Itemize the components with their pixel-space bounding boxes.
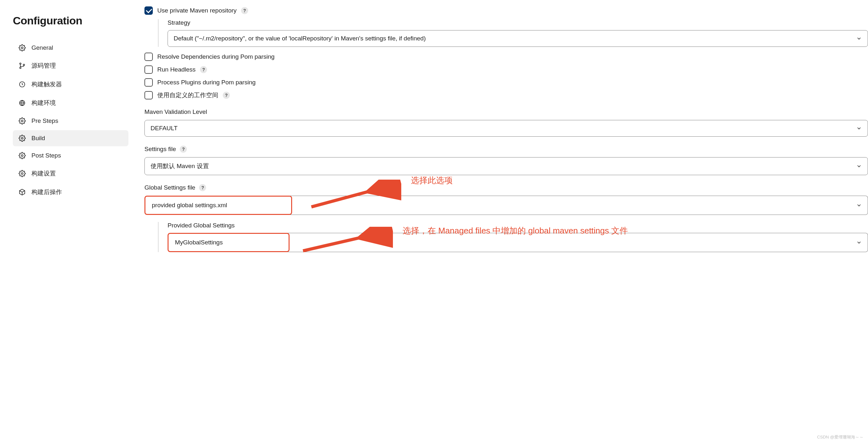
help-icon[interactable]: ? <box>180 146 187 153</box>
branch-icon <box>19 62 26 69</box>
select-value: DEFAULT <box>151 125 178 132</box>
svg-point-2 <box>20 67 21 68</box>
chevron-down-icon <box>856 163 862 169</box>
help-icon[interactable]: ? <box>200 66 207 73</box>
chevron-down-icon <box>856 36 862 41</box>
select-value: Default ("~/.m2/repository", or the valu… <box>174 35 426 42</box>
label-validation-level: Maven Validation Level <box>145 108 868 115</box>
checkbox-use-private-repo[interactable] <box>145 6 153 15</box>
nav-item-presteps[interactable]: Pre Steps <box>13 113 128 129</box>
label-settings-file: Settings file <box>145 146 176 153</box>
sidebar: Configuration General 源码管理 构建触发器 构建环境 <box>0 0 135 442</box>
select-value: 使用默认 Maven 设置 <box>151 162 209 170</box>
nav-label: General <box>31 44 53 51</box>
label-run-headless: Run Headless <box>157 66 195 73</box>
annotation-highlight: provided global settings.xml <box>145 196 292 215</box>
nav-item-scm[interactable]: 源码管理 <box>13 57 128 74</box>
select-settings-file[interactable]: 使用默认 Maven 设置 <box>145 157 868 175</box>
label-process-plugins: Process Plugins during Pom parsing <box>157 79 255 86</box>
nav-label: 构建触发器 <box>31 80 62 89</box>
label-strategy: Strategy <box>167 19 868 26</box>
checkbox-resolve-deps[interactable] <box>145 53 153 61</box>
gear-icon <box>19 152 26 159</box>
label-use-private-repo: Use private Maven repository <box>157 7 237 14</box>
package-icon <box>19 189 26 196</box>
nav-item-buildsettings[interactable]: 构建设置 <box>13 165 128 182</box>
select-value: MyGlobalSettings <box>175 239 223 246</box>
checkbox-run-headless[interactable] <box>145 65 153 74</box>
select-global-settings[interactable]: provided global settings.xml <box>145 196 868 215</box>
svg-point-1 <box>20 63 21 64</box>
gear-icon <box>19 117 26 125</box>
nav-item-poststeps[interactable]: Post Steps <box>13 147 128 164</box>
gear-icon <box>19 44 26 51</box>
nav-label: Post Steps <box>31 152 61 159</box>
gear-icon <box>19 170 26 177</box>
svg-point-0 <box>21 47 23 49</box>
nav-label: 源码管理 <box>31 62 56 70</box>
help-icon[interactable]: ? <box>223 92 230 99</box>
checkbox-process-plugins[interactable] <box>145 78 153 87</box>
nav-label: 构建后操作 <box>31 188 62 196</box>
select-strategy[interactable]: Default ("~/.m2/repository", or the valu… <box>167 30 868 47</box>
gear-icon <box>19 135 26 142</box>
label-resolve-deps: Resolve Dependencies during Pom parsing <box>157 53 275 60</box>
chevron-down-icon <box>856 126 862 131</box>
nav-item-build[interactable]: Build <box>13 130 128 146</box>
nav-label: Build <box>31 135 45 142</box>
svg-point-8 <box>21 155 23 157</box>
svg-point-7 <box>21 137 23 139</box>
help-icon[interactable]: ? <box>241 7 248 14</box>
globe-icon <box>19 99 26 106</box>
nav-item-postbuild[interactable]: 构建后操作 <box>13 183 128 201</box>
main-content: Use private Maven repository ? Strategy … <box>135 0 868 442</box>
annotation-text: 选择此选项 <box>411 175 453 186</box>
annotation-highlight: MyGlobalSettings <box>167 233 289 252</box>
watermark: CSDN @爱埋珊瑚海～～ <box>817 434 864 440</box>
label-custom-workspace: 使用自定义的工作空间 <box>157 91 218 99</box>
clock-icon <box>19 81 26 88</box>
sidebar-title: Configuration <box>13 14 128 27</box>
nav-label: 构建设置 <box>31 169 56 178</box>
checkbox-custom-workspace[interactable] <box>145 91 153 99</box>
nav-label: 构建环境 <box>31 99 56 107</box>
svg-point-6 <box>21 120 23 122</box>
help-icon[interactable]: ? <box>199 184 206 191</box>
chevron-down-icon <box>856 240 862 245</box>
nav-label: Pre Steps <box>31 117 58 125</box>
svg-point-3 <box>23 64 24 65</box>
select-value: provided global settings.xml <box>152 202 227 209</box>
nav-item-env[interactable]: 构建环境 <box>13 94 128 112</box>
label-global-settings: Global Settings file <box>145 184 195 191</box>
select-validation-level[interactable]: DEFAULT <box>145 120 868 137</box>
svg-point-9 <box>21 173 23 174</box>
annotation-text: 选择，在 Managed files 中增加的 global maven set… <box>403 225 628 236</box>
chevron-down-icon <box>856 202 862 208</box>
nav-item-general[interactable]: General <box>13 40 128 56</box>
nav-item-triggers[interactable]: 构建触发器 <box>13 76 128 93</box>
